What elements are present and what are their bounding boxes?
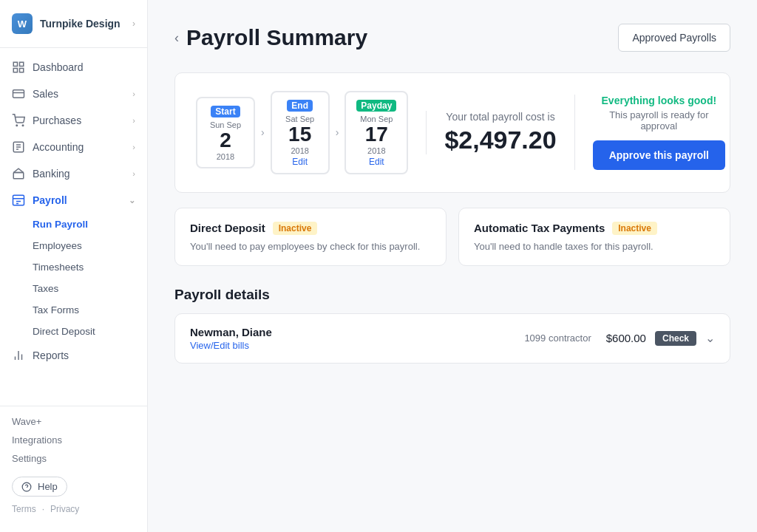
back-arrow-icon[interactable]: ‹ — [174, 30, 179, 46]
reports-icon — [12, 349, 25, 362]
sales-chevron-icon: › — [132, 89, 135, 98]
footer-legal-links: Terms · Privacy — [12, 504, 135, 514]
end-day: 15 — [282, 123, 318, 146]
direct-deposit-badge: Inactive — [273, 222, 318, 235]
end-edit-link[interactable]: Edit — [282, 157, 318, 167]
auto-tax-title: Automatic Tax Payments — [474, 222, 605, 234]
payroll-details-title: Payroll details — [174, 287, 730, 303]
start-year: 2018 — [208, 152, 243, 161]
sales-icon — [12, 87, 25, 100]
status-cards-row: Direct Deposit Inactive You'll need to p… — [174, 208, 730, 266]
start-day: 2 — [208, 129, 243, 152]
help-button[interactable]: Help — [12, 477, 67, 497]
total-cost-section: Your total payroll cost is $2,497.20 — [426, 111, 556, 154]
sidebar-item-purchases[interactable]: Purchases › — [0, 107, 147, 134]
sidebar-label-sales: Sales — [33, 88, 58, 100]
svg-point-7 — [22, 125, 24, 126]
svg-rect-2 — [13, 69, 17, 72]
payday-label: Payday — [356, 100, 396, 112]
approval-section: Everything looks good! This payroll is r… — [574, 95, 725, 170]
approval-sub-text: This payroll is ready for approval — [593, 109, 725, 132]
sidebar-label-payroll: Payroll — [33, 194, 67, 206]
help-icon — [21, 482, 32, 492]
sidebar-item-run-payroll[interactable]: Run Payroll — [33, 214, 147, 235]
brand-chevron-icon: › — [132, 18, 135, 29]
accounting-chevron-icon: › — [132, 143, 135, 151]
svg-rect-1 — [20, 62, 24, 66]
payroll-summary-card: Start Sun Sep 2 2018 › End Sat Sep 15 20… — [174, 72, 730, 193]
svg-point-6 — [16, 125, 18, 126]
end-date-box: End Sat Sep 15 2018 Edit — [271, 91, 330, 174]
brand-name: Turnpike Design — [40, 18, 120, 30]
payroll-chevron-icon: ⌄ — [129, 196, 135, 205]
auto-tax-text: You'll need to handle taxes for this pay… — [474, 241, 715, 252]
payroll-icon — [12, 194, 25, 207]
start-date-box: Start Sun Sep 2 2018 — [196, 97, 255, 168]
svg-rect-4 — [13, 90, 24, 98]
table-row: Newman, Diane View/Edit bills 1099 contr… — [174, 313, 730, 364]
page-header: ‹ Payroll Summary Approved Payrolls — [174, 24, 730, 52]
footer-link-integrations[interactable]: Integrations — [12, 431, 135, 449]
payday-edit-link[interactable]: Edit — [356, 157, 396, 167]
sidebar-item-taxes[interactable]: Taxes — [33, 278, 147, 299]
sidebar-item-direct-deposit[interactable]: Direct Deposit — [33, 321, 147, 342]
employee-name: Newman, Diane — [190, 326, 524, 338]
sidebar-nav: Dashboard Sales › Purchases › Accounting… — [0, 48, 147, 406]
approval-good-text: Everything looks good! — [593, 95, 725, 106]
sidebar-item-banking[interactable]: Banking › — [0, 160, 147, 187]
sidebar-label-dashboard: Dashboard — [33, 61, 84, 73]
purchases-chevron-icon: › — [132, 116, 135, 125]
direct-deposit-card: Direct Deposit Inactive You'll need to p… — [174, 208, 447, 266]
sidebar-item-tax-forms[interactable]: Tax Forms — [33, 299, 147, 321]
sidebar-label-purchases: Purchases — [33, 115, 81, 126]
svg-rect-12 — [13, 173, 24, 179]
purchases-icon — [12, 114, 25, 127]
sidebar-item-employees[interactable]: Employees — [33, 235, 147, 256]
approved-payrolls-button[interactable]: Approved Payrolls — [618, 24, 730, 52]
sidebar-label-banking: Banking — [33, 168, 70, 180]
payday-day: 17 — [356, 123, 396, 146]
dashboard-icon — [12, 61, 25, 74]
separator: · — [42, 504, 44, 514]
sidebar: W Turnpike Design › Dashboard Sales › Pu… — [0, 0, 148, 532]
brand-header[interactable]: W Turnpike Design › — [0, 0, 147, 48]
svg-rect-0 — [13, 62, 17, 66]
sidebar-item-timesheets[interactable]: Timesheets — [33, 256, 147, 278]
employee-type: 1099 contractor — [524, 332, 591, 344]
payroll-submenu: Run Payroll Employees Timesheets Taxes T… — [0, 214, 147, 342]
direct-deposit-text: You'll need to pay employees by check fo… — [190, 241, 431, 252]
payment-method-badge: Check — [655, 331, 696, 346]
title-row: ‹ Payroll Summary — [174, 25, 367, 50]
sidebar-item-dashboard[interactable]: Dashboard — [0, 54, 147, 81]
payday-year: 2018 — [356, 146, 396, 155]
sidebar-item-payroll[interactable]: Payroll ⌄ — [0, 187, 147, 214]
brand-logo: W — [12, 13, 33, 34]
row-expand-icon[interactable]: ⌄ — [705, 331, 715, 345]
date-arrow-2: › — [336, 126, 339, 138]
privacy-link[interactable]: Privacy — [50, 504, 79, 514]
svg-rect-3 — [20, 69, 24, 72]
banking-icon — [12, 167, 25, 180]
main-content: ‹ Payroll Summary Approved Payrolls Star… — [148, 0, 757, 532]
sidebar-item-sales[interactable]: Sales › — [0, 81, 147, 107]
auto-tax-header: Automatic Tax Payments Inactive — [474, 222, 715, 235]
accounting-icon — [12, 140, 25, 154]
footer-link-settings[interactable]: Settings — [12, 449, 135, 468]
start-label: Start — [211, 106, 240, 117]
employee-info: Newman, Diane View/Edit bills — [190, 326, 524, 351]
approve-payroll-button[interactable]: Approve this payroll — [593, 140, 725, 170]
auto-tax-card: Automatic Tax Payments Inactive You'll n… — [458, 208, 730, 266]
auto-tax-badge: Inactive — [612, 222, 657, 235]
employee-amount: $600.00 — [606, 332, 646, 344]
date-range-boxes: Start Sun Sep 2 2018 › End Sat Sep 15 20… — [196, 91, 408, 174]
sidebar-item-reports[interactable]: Reports — [0, 342, 147, 369]
sidebar-footer: Wave+ Integrations Settings Help Terms ·… — [0, 406, 147, 520]
footer-link-wave-plus[interactable]: Wave+ — [12, 412, 135, 431]
direct-deposit-title: Direct Deposit — [190, 222, 265, 234]
view-edit-bills-link[interactable]: View/Edit bills — [190, 340, 524, 351]
sidebar-item-accounting[interactable]: Accounting › — [0, 134, 147, 160]
terms-link[interactable]: Terms — [12, 504, 36, 514]
payday-date-box: Payday Mon Sep 17 2018 Edit — [344, 91, 408, 174]
sidebar-label-reports: Reports — [33, 349, 69, 361]
total-cost-label: Your total payroll cost is — [444, 111, 556, 123]
